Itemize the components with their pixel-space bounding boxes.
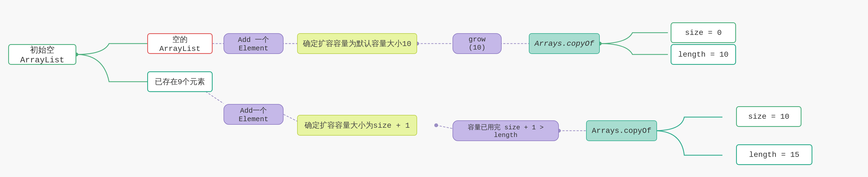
length-15-node: length = 15 bbox=[736, 144, 812, 165]
confirm-plus1-node: 确定扩容容量大小为size + 1 bbox=[297, 115, 417, 136]
has-nine-node: 已存在9个元素 bbox=[147, 71, 213, 92]
capacity-full-node: 容量已用完 size + 1 > length bbox=[453, 120, 559, 141]
diagram: 初始空ArrayList 空的ArrayList 已存在9个元素 Add 一个E… bbox=[0, 0, 868, 177]
grow-10-node: grow (10) bbox=[453, 33, 502, 54]
size-10-node: size = 10 bbox=[736, 106, 802, 127]
arrays-copyof-2-node: Arrays.copyOf bbox=[586, 120, 657, 141]
initial-node: 初始空ArrayList bbox=[8, 44, 76, 65]
empty-list-node: 空的ArrayList bbox=[147, 33, 213, 54]
svg-point-11 bbox=[434, 123, 438, 127]
confirm-10-node: 确定扩容容量为默认容量大小10 bbox=[297, 33, 417, 54]
arrays-copyof-1-node: Arrays.copyOf bbox=[529, 33, 600, 54]
add-element-1-node: Add 一个Element bbox=[223, 33, 283, 54]
size-0-node: size = 0 bbox=[671, 22, 736, 43]
length-10-node: length = 10 bbox=[671, 44, 736, 65]
add-element-2-node: Add一个Element bbox=[223, 104, 283, 125]
